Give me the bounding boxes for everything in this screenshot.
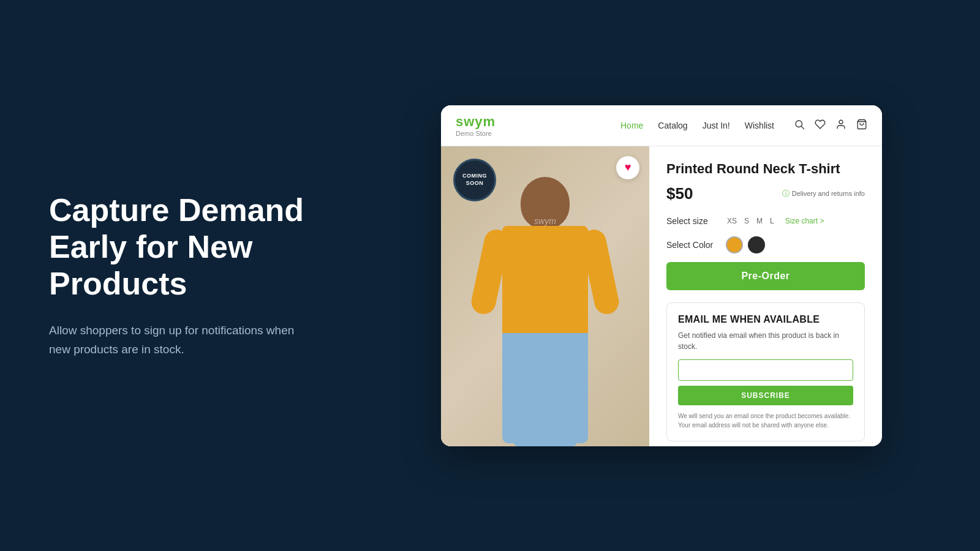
svg-line-1 (801, 126, 804, 129)
color-option-black[interactable] (748, 236, 765, 253)
nav-link-home[interactable]: Home (620, 121, 643, 130)
product-price: $50 (666, 184, 693, 203)
size-option-row: Select size XS S M L Size chart > (666, 214, 865, 228)
info-icon: ⓘ (782, 189, 790, 199)
delivery-info-text: Delivery and returns info (792, 190, 865, 197)
product-image-area: COMINGSOON ♥ swym (441, 146, 649, 446)
email-notif-title: EMAIL ME WHEN AVAILABLE (678, 314, 853, 325)
privacy-note: We will send you an email once the produ… (678, 411, 853, 430)
coming-soon-text: COMINGSOON (462, 173, 487, 187)
product-title: Printed Round Neck T-shirt (666, 161, 865, 177)
nav-link-wishlist[interactable]: Wishlist (745, 121, 774, 130)
preorder-button[interactable]: Pre-Order (666, 262, 865, 290)
heart-icon: ♥ (625, 161, 631, 174)
price-row: $50 ⓘ Delivery and returns info (666, 184, 865, 203)
store-nav: swym Demo Store Home Catalog Just In! Wi… (441, 105, 882, 146)
color-option-orange[interactable] (726, 236, 743, 253)
delivery-info[interactable]: ⓘ Delivery and returns info (782, 189, 865, 199)
store-body: COMINGSOON ♥ swym (441, 146, 882, 446)
account-icon[interactable] (835, 119, 846, 132)
nav-link-justin[interactable]: Just In! (703, 121, 730, 130)
left-panel: Capture Demand Early for New Products Al… (0, 192, 343, 359)
person-pants (502, 333, 588, 443)
nav-links: Home Catalog Just In! Wishlist (620, 121, 774, 130)
size-m[interactable]: M (755, 214, 764, 228)
color-option-row: Select Color (666, 236, 865, 253)
product-details: Printed Round Neck T-shirt $50 ⓘ Deliver… (649, 146, 882, 446)
store-card: swym Demo Store Home Catalog Just In! Wi… (441, 105, 882, 446)
person-figure: swym (466, 165, 625, 446)
size-l[interactable]: L (769, 214, 775, 228)
size-xs[interactable]: XS (726, 214, 738, 228)
swym-watermark: swym (534, 216, 556, 226)
select-color-label: Select Color (666, 240, 718, 250)
nav-icons (794, 119, 867, 132)
subtext: Allow shoppers to sign up for notificati… (49, 321, 306, 359)
email-notif-desc: Get notified via email when this product… (678, 330, 853, 352)
nav-link-catalog[interactable]: Catalog (658, 121, 687, 130)
headline: Capture Demand Early for New Products (49, 192, 306, 302)
wishlist-heart-button[interactable]: ♥ (616, 156, 639, 179)
email-input[interactable] (678, 359, 853, 381)
svg-point-2 (839, 120, 843, 124)
person-body: swym (502, 226, 588, 336)
search-icon[interactable] (794, 119, 805, 132)
select-size-label: Select size (666, 216, 718, 226)
email-notification-section: EMAIL ME WHEN AVAILABLE Get notified via… (666, 302, 865, 441)
wishlist-icon[interactable] (815, 119, 826, 132)
size-chart-link[interactable]: Size chart > (785, 217, 824, 225)
color-options (726, 236, 765, 253)
cart-icon[interactable] (856, 119, 867, 132)
coming-soon-badge: COMINGSOON (453, 159, 496, 201)
size-s[interactable]: S (743, 214, 750, 228)
right-panel: swym Demo Store Home Catalog Just In! Wi… (343, 105, 980, 446)
logo-sub: Demo Store (456, 130, 496, 137)
size-options: XS S M L Size chart > (726, 214, 824, 228)
subscribe-button[interactable]: SUBSCRIBE (678, 386, 853, 405)
store-logo: swym Demo Store (456, 114, 496, 137)
logo-text: swym (456, 114, 496, 130)
